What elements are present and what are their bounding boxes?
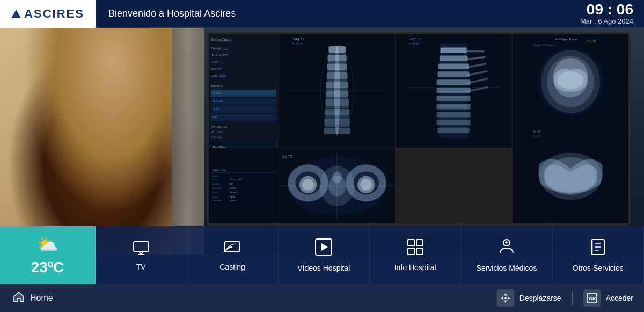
svg-text:Body Part:: Body Part: [213, 187, 222, 190]
welcome-text: Bienvenido a Hospital Ascires [96, 8, 580, 19]
svg-marker-108 [504, 300, 507, 303]
svg-text:T2 SAG: T2 SAG [230, 191, 237, 193]
svg-rect-98 [416, 248, 423, 255]
svg-rect-19 [325, 106, 349, 108]
weather-temp: 23ºC [31, 259, 64, 276]
svg-marker-110 [508, 296, 510, 300]
header: ASCIRES Bienvenido a Hospital Ascires 09… [0, 0, 644, 28]
svg-rect-106 [591, 240, 593, 255]
move-control[interactable]: Desplazarse [486, 289, 572, 307]
svg-text:3.5mm: 3.5mm [230, 199, 236, 202]
svg-rect-97 [408, 248, 414, 255]
svg-marker-107 [504, 293, 507, 296]
home-label: Home [30, 293, 53, 303]
medical-tile[interactable]: Servicios Médicos [461, 226, 552, 284]
svg-marker-94 [321, 243, 328, 251]
svg-rect-29 [438, 63, 469, 69]
svg-text:OK: OK [589, 296, 596, 301]
svg-text:Modality:: Modality: [213, 183, 221, 185]
clock-area: 09 : 06 Mar , 6 Ago 2024 [580, 2, 644, 25]
svg-point-79 [302, 179, 314, 191]
book-icon [590, 238, 605, 259]
move-label: Desplazarse [519, 294, 561, 302]
svg-marker-109 [501, 296, 503, 300]
svg-text:102.244.789: 102.244.789 [230, 178, 241, 181]
svg-rect-37 [438, 128, 470, 134]
weather-icon: ⛅ [37, 234, 58, 255]
tv-label: TV [136, 263, 146, 271]
svg-rect-35 [437, 112, 471, 118]
svg-text:__________: __________ [229, 174, 241, 177]
otros-tile[interactable]: Otros Servicios [553, 226, 644, 284]
svg-rect-13 [328, 53, 346, 55]
svg-text:Ax T2: Ax T2 [282, 154, 292, 159]
medical-monitor: Series Data Patient: ___ ID: 102.244 DOB… [207, 32, 631, 226]
svg-text:00:00: 00:00 [586, 39, 596, 43]
otros-label: Otros Servicios [573, 264, 624, 272]
svg-text:Sag T2: Sag T2 [292, 37, 305, 41]
monitor-left-panel: Series Data Patient: ___ ID: 102.244 DOB… [209, 34, 279, 148]
svg-point-92 [224, 250, 226, 252]
tv-icon [133, 240, 150, 258]
info-tile[interactable]: Info Hospital [370, 226, 461, 284]
logo-area: ASCIRES [0, 0, 96, 28]
medicos-label: Servicios Médicos [477, 264, 537, 272]
svg-text:SPINE: SPINE [230, 187, 236, 190]
bottom-bar: Home Desplazarse OK [0, 284, 644, 312]
svg-text:L-Spine: L-Spine [409, 42, 419, 45]
svg-text:Thickness:: Thickness: [213, 199, 223, 202]
svg-rect-21 [324, 125, 349, 127]
scan-axial-body: Patient Data Name: __________ ID: 102.24… [209, 148, 279, 223]
dpad-icon [497, 289, 514, 307]
svg-text:MultiSync P​xxxx: MultiSync P​xxxx [554, 38, 577, 41]
access-label: Acceder [606, 294, 633, 302]
svg-point-80 [360, 179, 372, 191]
svg-rect-95 [408, 240, 414, 246]
svg-rect-18 [326, 97, 348, 99]
svg-rect-20 [325, 115, 349, 118]
svg-rect-96 [416, 240, 423, 246]
scan-mri: MultiSync P​xxxx Series: 08 Node 2 00:00… [513, 34, 628, 223]
monitor-stand [172, 28, 204, 255]
svg-text:Sag T1: Sag T1 [409, 37, 421, 41]
svg-text:ID:: ID: [213, 178, 215, 181]
menu-bar: ⛅ 23ºC TV Casting [0, 226, 644, 284]
svg-rect-16 [327, 79, 348, 81]
scan-axial: Sag T1 L-Spine [396, 34, 511, 148]
svg-rect-15 [327, 70, 347, 72]
tv-tile[interactable]: TV [96, 226, 187, 284]
svg-rect-33 [437, 96, 471, 101]
svg-rect-87 [134, 242, 149, 251]
svg-rect-14 [328, 61, 347, 63]
cast-icon [224, 240, 241, 258]
svg-rect-32 [437, 88, 471, 93]
svg-text:Name:: Name: [213, 174, 218, 177]
logo-text: ASCIRES [24, 7, 84, 21]
doctor-icon [499, 238, 515, 259]
svg-text:24/32: 24/32 [230, 195, 235, 198]
svg-text:Ax T2: Ax T2 [533, 130, 540, 133]
svg-rect-36 [437, 120, 471, 126]
play-icon [315, 238, 332, 259]
svg-point-111 [504, 297, 507, 299]
ok-icon: OK [583, 289, 601, 307]
svg-text:Series:: Series: [213, 191, 219, 193]
svg-text:Series: 08 Node 2: Series: 08 Node 2 [533, 43, 555, 47]
home-icon [13, 291, 25, 306]
logo-triangle [11, 10, 21, 18]
svg-rect-28 [440, 55, 468, 61]
access-control[interactable]: OK Acceder [573, 289, 644, 307]
svg-text:MR: MR [230, 183, 233, 185]
svg-rect-17 [326, 88, 348, 90]
grid-icon [407, 239, 423, 259]
clock-date: Mar , 6 Ago 2024 [580, 17, 633, 25]
svg-rect-31 [437, 79, 471, 85]
casting-tile[interactable]: Casting [187, 226, 278, 284]
weather-tile[interactable]: ⛅ 23ºC [0, 226, 96, 284]
videos-tile[interactable]: Vídeos Hospital [279, 226, 370, 284]
svg-text:Patient Data: Patient Data [213, 169, 226, 171]
svg-rect-34 [437, 104, 471, 110]
home-button[interactable]: Home [0, 291, 66, 306]
clock-time: 09 : 06 [580, 2, 633, 17]
info-label: Info Hospital [394, 263, 436, 272]
